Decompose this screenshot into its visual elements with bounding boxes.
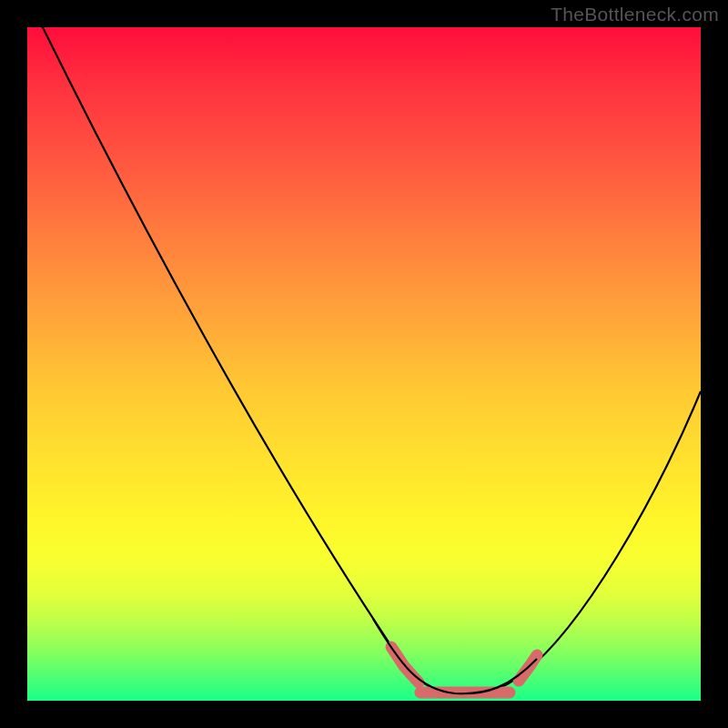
chart-svg <box>27 27 701 701</box>
curve-line <box>38 27 701 693</box>
chart-frame: TheBottleneck.com <box>0 0 728 728</box>
plot-area <box>27 27 701 701</box>
watermark-text: TheBottleneck.com <box>551 4 719 25</box>
highlight-dots <box>391 647 537 693</box>
